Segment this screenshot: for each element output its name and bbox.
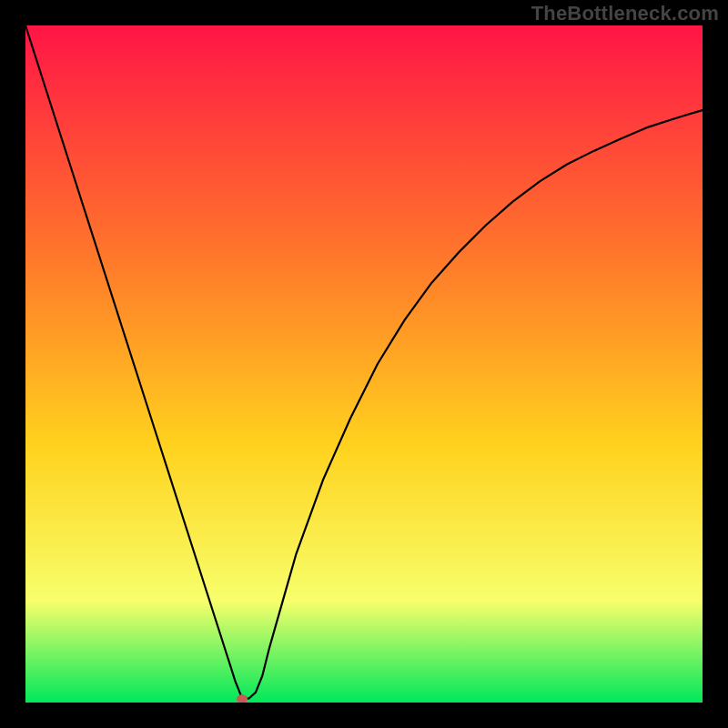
bottleneck-plot — [25, 25, 703, 703]
watermark-label: TheBottleneck.com — [531, 2, 719, 25]
chart-frame: TheBottleneck.com — [0, 0, 728, 728]
gradient-background — [25, 25, 703, 703]
